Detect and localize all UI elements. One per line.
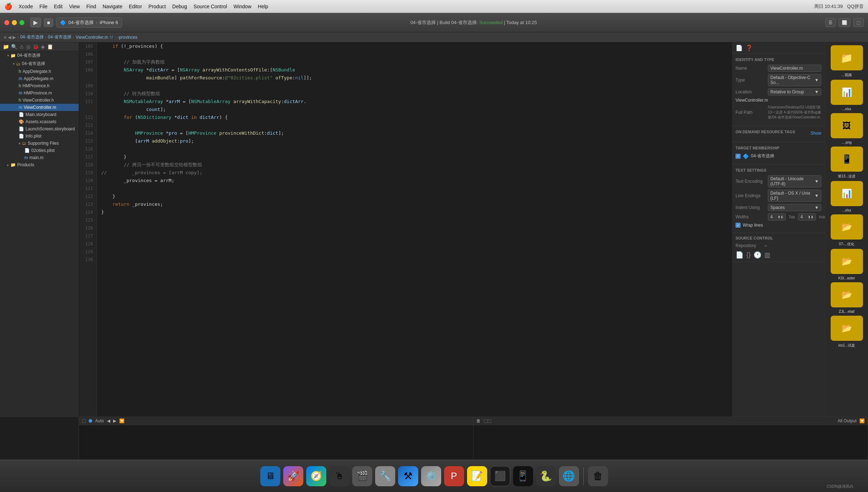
code-editor[interactable]: 105 106 107 108 109 110 111 112 113 114 … [79,42,732,417]
sidebar-item-launchscreen[interactable]: 📄 LaunchScreen.storyboard [0,125,79,133]
sc-branch-icon[interactable]: {} [746,251,751,259]
breadcrumb-project[interactable]: 04-省市选择 [20,34,43,40]
debug-toggle[interactable]: ⬜ [839,18,850,27]
encoding-dropdown[interactable]: Default - Unicode (UTF-8) ▼ [768,175,821,187]
desktop-icon-8[interactable]: 📂 [831,282,863,307]
tab-number[interactable]: 4 ⬆⬇ [768,213,786,221]
sidebar-item-project-root[interactable]: ▾ 📁 04-省市选择 [0,51,79,60]
sidebar-item-group-main[interactable]: ▾ 🗂 04-省市选择 [0,60,79,68]
clear-button[interactable]: 🗑 [476,418,481,423]
editor-mode-icon[interactable]: ⬚ [82,418,86,423]
code-text[interactable]: if (!_provinces) { // 加载为字典数组 NSArray *d… [97,42,732,417]
menu-help[interactable]: Help [258,4,268,9]
toolbar: ▶ ■ 🔷 04-省市选择 › iPhone 6 04-省市选择 | Build… [0,13,868,32]
output-filter[interactable]: 🔽 [859,418,865,423]
dock-terminal[interactable]: ⬛ [490,466,510,486]
report-icon[interactable]: 📋 [47,44,53,50]
desktop-icon-9[interactable]: 📂 [831,316,863,341]
debug-nav-back[interactable]: ◀ [107,418,110,423]
sidebar-item-info-plist[interactable]: 📄 Info.plist [0,133,79,140]
type-dropdown[interactable]: Default - Objective-C So... ▼ [768,74,821,86]
layout-buttons[interactable]: ⬚⬚ [484,418,491,423]
breakpoint-icon[interactable]: ◈ [41,44,45,50]
file-inspector-icon[interactable]: 📄 [736,45,743,51]
desktop-icon-3[interactable]: 🖼 [831,113,863,138]
breadcrumb-file[interactable]: ViewController.m [76,35,108,40]
dock-notes[interactable]: 📝 [467,466,487,486]
quick-help-icon[interactable]: ❓ [746,45,753,51]
menu-edit[interactable]: Edit [54,4,62,9]
sidebar-item-appdelegate-h[interactable]: h AppDelegate.h [0,68,79,75]
sidebar-item-main-m[interactable]: m main.m [0,154,79,161]
dock-launchpad[interactable]: 🚀 [283,466,303,486]
dock-mouse[interactable]: 🖱 [329,466,349,486]
dock-syspref[interactable]: ⚙️ [421,466,441,486]
breadcrumb-symbol[interactable]: -provinces [117,35,137,40]
sidebar-item-main-storyboard[interactable]: 📄 Main.storyboard [0,111,79,118]
inspector-toggle[interactable]: ⬚ [853,18,864,27]
indent-number[interactable]: 4 ⬆⬇ [798,213,816,221]
sidebar-item-hmprovince-h[interactable]: h HMProvince.h [0,82,79,89]
name-input[interactable]: ViewController.m [768,65,821,72]
wrap-lines-checkbox[interactable]: ✓ [736,223,741,228]
target-checkbox[interactable]: ✓ [736,154,741,159]
apple-menu[interactable]: 🍎 [4,3,12,10]
menu-file[interactable]: File [39,4,48,9]
menu-find[interactable]: Find [86,4,96,9]
dock-browser[interactable]: 🐍 [536,466,556,486]
sc-history-icon[interactable]: 🕐 [753,251,761,259]
desktop-icon-1[interactable]: 📁 [831,45,863,70]
dock-dvd[interactable]: 🎬 [352,466,372,486]
sc-diff-icon[interactable]: ▥ [764,251,770,259]
dock-misc[interactable]: 🌐 [559,466,579,486]
menu-xcode[interactable]: Xcode [19,4,33,9]
maximize-button[interactable] [19,20,24,25]
test-icon[interactable]: ◎ [26,44,31,50]
minimize-button[interactable] [12,20,17,25]
debug-nav-fwd[interactable]: ▶ [113,418,116,423]
desktop-icon-4[interactable]: 📱 [831,147,863,172]
search-icon[interactable]: 🔍 [11,44,17,50]
sidebar-item-supporting-files[interactable]: ▾ 🗂 Supporting Files [0,140,79,147]
sidebar-item-appdelegate-m[interactable]: m AppDelegate.m [0,75,79,82]
dock-tools[interactable]: 🔧 [375,466,395,486]
menu-navigate[interactable]: Navigate [103,4,122,9]
folder-icon[interactable]: 📁 [3,44,9,50]
location-dropdown[interactable]: Relative to Group ▼ [768,88,821,96]
dock-trash[interactable]: 🗑 [588,466,608,486]
run-button[interactable]: ▶ [30,18,41,27]
show-button[interactable]: Show [811,131,821,136]
dock-xcode[interactable]: ⚒ [398,466,418,486]
sidebar-item-products[interactable]: ▸ 📁 Products [0,161,79,168]
dock-iterm[interactable]: 📱 [513,466,533,486]
menu-editor[interactable]: Editor [129,4,142,9]
menu-product[interactable]: Product [149,4,166,9]
breadcrumb-group[interactable]: 04-省市选择 [48,34,71,40]
warning-icon[interactable]: ⚠ [19,44,24,50]
sidebar-item-hmprovince-m[interactable]: m HMProvince.m [0,89,79,97]
debug-icon[interactable]: 🐞 [33,44,39,50]
sidebar-item-assets[interactable]: 🎨 Assets.xcassets [0,118,79,125]
menu-source-control[interactable]: Source Control [193,4,227,9]
dock-finder[interactable]: 🖥 [260,466,280,486]
desktop-icon-7[interactable]: 📂 [831,249,863,274]
sidebar-item-viewcontroller-h[interactable]: h ViewController.h [0,97,79,104]
debug-filter[interactable]: 🔽 [119,418,125,423]
sidebar-item-viewcontroller-m[interactable]: m ViewController.m [0,104,79,111]
navigator-toggle[interactable]: ☰ [825,18,836,27]
menu-debug[interactable]: Debug [172,4,187,9]
menu-window[interactable]: Window [233,4,251,9]
menu-view[interactable]: View [69,4,80,9]
sidebar-item-02cities[interactable]: 📄 02cities.plist [0,147,79,154]
desktop-icon-6[interactable]: 📂 [831,214,863,240]
lineendings-dropdown[interactable]: Default - OS X / Unix (LF) ▼ [768,190,821,202]
desktop-icon-5[interactable]: 📊 [831,181,863,206]
close-button[interactable] [4,20,9,25]
scheme-selector[interactable]: 🔷 04-省市选择 › iPhone 6 [56,18,122,28]
dock-powerpoint[interactable]: P [444,466,464,486]
dock-safari[interactable]: 🧭 [306,466,326,486]
desktop-icon-2[interactable]: 📊 [831,80,863,105]
indent-dropdown[interactable]: Spaces ▼ [768,204,821,211]
stop-button[interactable]: ■ [44,18,53,27]
sc-add-icon[interactable]: 📄 [736,251,743,259]
